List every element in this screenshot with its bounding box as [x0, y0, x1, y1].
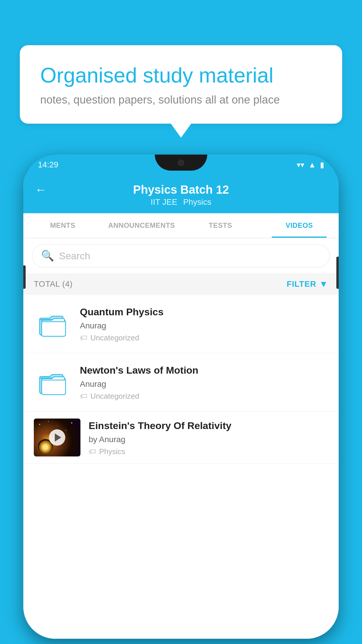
- header-subtitle: IIT JEE Physics: [151, 197, 211, 207]
- svg-rect-3: [42, 379, 66, 395]
- svg-point-5: [48, 421, 49, 422]
- tab-announcements[interactable]: ANNOUNCEMENTS: [102, 213, 181, 238]
- folder-icon: [34, 366, 72, 398]
- video-tag: 🏷 Uncategorized: [80, 333, 328, 342]
- status-bar: 14:29 ▾▾ ▲ ▮: [23, 155, 339, 175]
- svg-point-6: [57, 426, 57, 426]
- app-header: ← Physics Batch 12 IIT JEE Physics: [23, 175, 339, 213]
- video-author: Anurag: [80, 379, 328, 389]
- search-container: 🔍 Search: [23, 238, 339, 273]
- side-button-right: [336, 257, 339, 289]
- video-author: Anurag: [80, 321, 328, 330]
- filter-bar: TOTAL (4) FILTER ▼: [23, 273, 339, 295]
- video-thumbnail: [34, 419, 80, 456]
- tab-tests[interactable]: TESTS: [181, 213, 260, 238]
- tab-videos[interactable]: VIDEOS: [260, 213, 339, 238]
- svg-point-9: [42, 436, 43, 436]
- video-title: Quantum Physics: [80, 305, 328, 318]
- total-count: TOTAL (4): [34, 279, 73, 289]
- svg-point-8: [66, 430, 66, 431]
- svg-point-13: [43, 444, 48, 450]
- wifi-icon: ▾▾: [297, 160, 304, 169]
- status-time: 14:29: [38, 160, 58, 169]
- list-item[interactable]: Quantum Physics Anurag 🏷 Uncategorized: [23, 295, 339, 353]
- play-button[interactable]: [49, 429, 65, 446]
- search-icon: 🔍: [41, 250, 54, 262]
- folder-icon: [34, 308, 72, 340]
- filter-button[interactable]: FILTER ▼: [287, 279, 328, 289]
- tag-icon: 🏷: [80, 333, 87, 342]
- video-list: Quantum Physics Anurag 🏷 Uncategorized: [23, 295, 339, 639]
- header-title: Physics Batch 12: [133, 183, 229, 196]
- svg-point-7: [71, 422, 72, 424]
- phone-screen: ← Physics Batch 12 IIT JEE Physics MENTS…: [23, 175, 339, 639]
- video-author: by Anurag: [89, 435, 328, 444]
- video-tag: 🏷 Uncategorized: [80, 392, 328, 401]
- list-item[interactable]: Newton's Laws of Motion Anurag 🏷 Uncateg…: [23, 353, 339, 412]
- video-info: Quantum Physics Anurag 🏷 Uncategorized: [80, 305, 328, 342]
- video-info: Einstein's Theory Of Relativity by Anura…: [89, 419, 328, 456]
- video-info: Newton's Laws of Motion Anurag 🏷 Uncateg…: [80, 364, 328, 401]
- svg-point-4: [39, 424, 40, 425]
- side-button-left: [23, 265, 26, 289]
- svg-rect-1: [42, 320, 66, 336]
- search-bar[interactable]: 🔍 Search: [32, 244, 330, 267]
- header-subtitle-right: Physics: [183, 197, 211, 207]
- battery-icon: ▮: [320, 160, 324, 169]
- back-button[interactable]: ←: [35, 183, 47, 196]
- signal-icon: ▲: [308, 160, 316, 169]
- filter-icon: ▼: [319, 279, 328, 289]
- tabs-container: MENTS ANNOUNCEMENTS TESTS VIDEOS: [23, 213, 339, 238]
- bubble-subtitle: notes, question papers, solutions all at…: [40, 94, 322, 106]
- search-input[interactable]: Search: [59, 250, 90, 262]
- play-triangle-icon: [55, 433, 61, 442]
- header-subtitle-left: IIT JEE: [151, 197, 177, 207]
- tab-ments[interactable]: MENTS: [23, 213, 102, 238]
- video-title: Einstein's Theory Of Relativity: [89, 419, 328, 432]
- list-item[interactable]: Einstein's Theory Of Relativity by Anura…: [23, 412, 339, 464]
- tag-icon: 🏷: [89, 447, 96, 456]
- status-icons: ▾▾ ▲ ▮: [297, 160, 324, 169]
- bubble-title: Organised study material: [40, 63, 322, 88]
- speech-bubble: Organised study material notes, question…: [20, 45, 342, 124]
- notch: [155, 155, 207, 171]
- video-title: Newton's Laws of Motion: [80, 364, 328, 377]
- phone-frame: 14:29 ▾▾ ▲ ▮ ← Physics Batch 12 IIT JEE …: [23, 155, 339, 639]
- tag-icon: 🏷: [80, 392, 87, 401]
- video-tag: 🏷 Physics: [89, 447, 328, 456]
- camera: [178, 160, 184, 166]
